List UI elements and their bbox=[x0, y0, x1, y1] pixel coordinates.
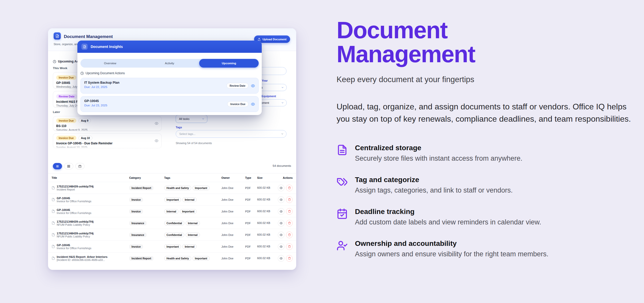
table-row[interactable]: 1752121348439-uohklp7f4j NFUM Public Lia… bbox=[48, 217, 296, 229]
row-owner: John Doe bbox=[221, 186, 245, 190]
delete-button[interactable] bbox=[286, 185, 293, 191]
tags-placeholder: Select tags... bbox=[179, 132, 196, 135]
tag-chip: Internal bbox=[164, 209, 178, 214]
upcoming-card-title: Invoice GP-10045 - Due Date Reminder bbox=[56, 142, 158, 145]
view-button[interactable] bbox=[278, 255, 284, 262]
eye-icon[interactable] bbox=[251, 102, 255, 106]
row-type: PDF bbox=[245, 257, 257, 260]
document-app-icon bbox=[54, 32, 61, 40]
page-title: Document Management bbox=[64, 34, 113, 39]
tags-select-input[interactable]: Select tags... bbox=[176, 130, 287, 138]
user-check-icon bbox=[337, 240, 348, 251]
trash-icon bbox=[288, 186, 291, 189]
item-badge: Review Date bbox=[226, 83, 248, 89]
eye-icon bbox=[280, 245, 283, 248]
row-title: 1752121348439-uohklp7f4j bbox=[57, 185, 93, 188]
feature-title: Ownership and accountability bbox=[355, 239, 548, 248]
trash-icon bbox=[288, 198, 291, 201]
trash-icon bbox=[288, 222, 291, 224]
file-icon bbox=[52, 257, 55, 260]
upload-button-label: Upload Document bbox=[263, 38, 287, 41]
row-size: 600.02 KB bbox=[257, 257, 276, 260]
modal-upcoming-item[interactable]: IT System Backup Plan Due: Jul 22, 2025 … bbox=[80, 78, 259, 94]
file-icon bbox=[52, 221, 55, 225]
row-title: GP-10045 bbox=[57, 208, 91, 211]
upcoming-card[interactable]: Invoice Due Aug 9 BS-110 Saturday, Augus… bbox=[53, 116, 162, 131]
trash-icon bbox=[288, 257, 291, 260]
calendar-view-button[interactable] bbox=[75, 163, 85, 169]
upcoming-card-title: BS-110 bbox=[56, 124, 158, 128]
row-title: GP-10045 bbox=[57, 197, 91, 200]
equipment-filter-label: Equipment bbox=[261, 95, 276, 98]
view-button[interactable] bbox=[278, 208, 284, 215]
marketing-paragraph: Upload, tag, organize, and assign docume… bbox=[337, 100, 634, 125]
view-button[interactable] bbox=[278, 232, 284, 238]
upload-icon bbox=[258, 38, 261, 41]
feature-title: Centralized storage bbox=[355, 144, 522, 152]
row-size: 600.02 KB bbox=[257, 221, 276, 225]
delete-button[interactable] bbox=[286, 220, 293, 226]
tag-chip: Health and Safety bbox=[164, 256, 191, 261]
file-icon bbox=[52, 245, 55, 248]
tag-chip: Internal bbox=[182, 197, 197, 202]
table-row[interactable]: GP-10045 Invoice for Office Furnishings … bbox=[48, 194, 296, 205]
delete-button[interactable] bbox=[286, 208, 293, 215]
feature-title: Deadline tracking bbox=[355, 208, 541, 216]
status-badge: Invoice Due bbox=[56, 118, 76, 123]
chevron-down-icon bbox=[281, 102, 284, 104]
table-row[interactable]: Incident H&S Report: Arbor Interiors [In… bbox=[48, 252, 296, 264]
row-size: 600.02 KB bbox=[257, 210, 276, 213]
row-owner: John Doe bbox=[221, 257, 245, 260]
eye-icon bbox=[280, 210, 283, 213]
grid-view-button[interactable] bbox=[64, 163, 73, 169]
tags-cell: InternalImportant bbox=[164, 209, 221, 214]
page-subtitle: Store, organize, an bbox=[54, 43, 77, 46]
file-text-icon bbox=[337, 144, 348, 156]
delete-button[interactable] bbox=[286, 255, 293, 262]
view-button[interactable] bbox=[278, 243, 284, 250]
list-view-button[interactable] bbox=[53, 163, 62, 169]
delete-button[interactable] bbox=[286, 232, 293, 238]
view-toggle-group bbox=[53, 163, 85, 169]
view-button[interactable] bbox=[278, 220, 284, 226]
row-size: 600.02 KB bbox=[257, 186, 276, 190]
row-size: 600.02 KB bbox=[257, 245, 276, 248]
tab-upcoming[interactable]: Upcoming bbox=[199, 59, 259, 68]
table-row[interactable]: 1752121348439-uohklp7f4j Incident Report… bbox=[48, 182, 296, 194]
modal-title: Document Insights bbox=[91, 45, 123, 49]
chevron-down-icon bbox=[202, 118, 205, 120]
table-row[interactable]: GP-10045 Invoice for Office Furnishings … bbox=[48, 205, 296, 217]
table-row[interactable]: 1752121348439-uohklp7f4j NFUM Public Lia… bbox=[48, 229, 296, 241]
row-size: 600.02 KB bbox=[257, 233, 276, 237]
modal-upcoming-item[interactable]: GP-10045 Due: Jul 23, 2025 Invoice Due bbox=[80, 96, 259, 112]
date-pill: Aug 10 bbox=[78, 136, 92, 140]
modal-tabs: Overview Activity Upcoming bbox=[80, 59, 259, 68]
tag-chip: Confidential bbox=[164, 221, 184, 225]
delete-button[interactable] bbox=[286, 196, 293, 203]
upcoming-card[interactable]: Invoice Due Aug 10 Invoice GP-10045 - Du… bbox=[53, 133, 162, 148]
clock-icon bbox=[53, 60, 56, 63]
feature-description: Assign tags, categories, and link to sta… bbox=[355, 186, 513, 194]
tag-chip: Important bbox=[193, 186, 209, 190]
marketing-heading: DocumentManagement bbox=[337, 18, 634, 66]
delete-button[interactable] bbox=[286, 243, 293, 250]
view-button[interactable] bbox=[278, 185, 284, 191]
eye-icon[interactable] bbox=[251, 84, 255, 88]
tab-overview[interactable]: Overview bbox=[80, 59, 140, 68]
tab-activity[interactable]: Activity bbox=[140, 59, 199, 68]
table-row[interactable]: GP-10045 Invoice for Office Furnishings … bbox=[48, 241, 296, 252]
trash-icon bbox=[288, 210, 291, 213]
documents-table: Title Category Tags Owner Type Size Acti… bbox=[48, 173, 296, 264]
file-icon bbox=[52, 198, 55, 201]
eye-icon[interactable] bbox=[155, 139, 158, 143]
category-chip: Invoice bbox=[129, 197, 143, 202]
tag-chip: Internal bbox=[186, 221, 200, 225]
category-chip: Invoice bbox=[129, 209, 143, 214]
tag-chip: Important bbox=[164, 244, 181, 249]
view-button[interactable] bbox=[278, 196, 284, 203]
row-subtitle: NFUM Public Liability Policy bbox=[57, 223, 93, 226]
row-title: GP-10045 bbox=[57, 244, 91, 247]
category-chip: Insurance bbox=[129, 221, 147, 225]
tasks-select[interactable]: All tasks bbox=[176, 115, 207, 123]
eye-icon[interactable] bbox=[155, 122, 158, 125]
